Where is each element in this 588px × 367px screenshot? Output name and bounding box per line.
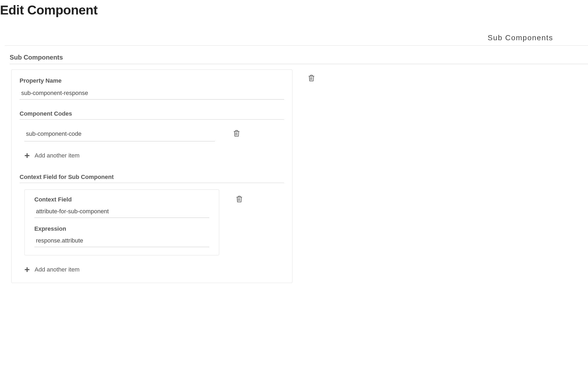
section-anchor-link[interactable]: Sub Components <box>488 34 553 42</box>
context-section-group: Context Field for Sub Component Context … <box>20 174 284 273</box>
expression-group: Expression <box>34 225 209 247</box>
plus-icon <box>24 267 30 272</box>
property-name-group: Property Name <box>20 77 284 100</box>
component-code-item <box>24 126 284 141</box>
expression-input[interactable] <box>34 236 209 247</box>
add-component-code-label: Add another item <box>30 152 80 159</box>
context-entry-card: Context Field Expression <box>24 189 219 255</box>
plus-icon <box>24 153 30 158</box>
trash-icon[interactable] <box>308 75 314 81</box>
add-context-entry-label: Add another item <box>30 266 80 273</box>
component-code-input[interactable] <box>24 126 215 141</box>
component-codes-group: Component Codes A <box>20 110 284 159</box>
context-field-group: Context Field <box>34 196 209 218</box>
component-codes-label: Component Codes <box>20 110 284 120</box>
trash-icon[interactable] <box>236 196 242 202</box>
sub-component-panel: Property Name Component Codes <box>11 69 292 283</box>
add-component-code-button[interactable]: Add another item <box>24 141 284 159</box>
context-field-label: Context Field <box>34 196 209 203</box>
page-title: Edit Component <box>0 0 588 17</box>
context-section-label: Context Field for Sub Component <box>20 174 284 183</box>
trash-icon[interactable] <box>234 130 240 137</box>
add-context-entry-button[interactable]: Add another item <box>24 255 284 273</box>
property-name-label: Property Name <box>20 77 284 84</box>
section-anchor-bar: Sub Components <box>5 25 588 46</box>
expression-label: Expression <box>34 225 209 232</box>
property-name-input[interactable] <box>20 87 284 100</box>
section-divider <box>10 64 588 64</box>
context-field-input[interactable] <box>34 206 209 218</box>
section-label: Sub Components <box>0 54 588 64</box>
